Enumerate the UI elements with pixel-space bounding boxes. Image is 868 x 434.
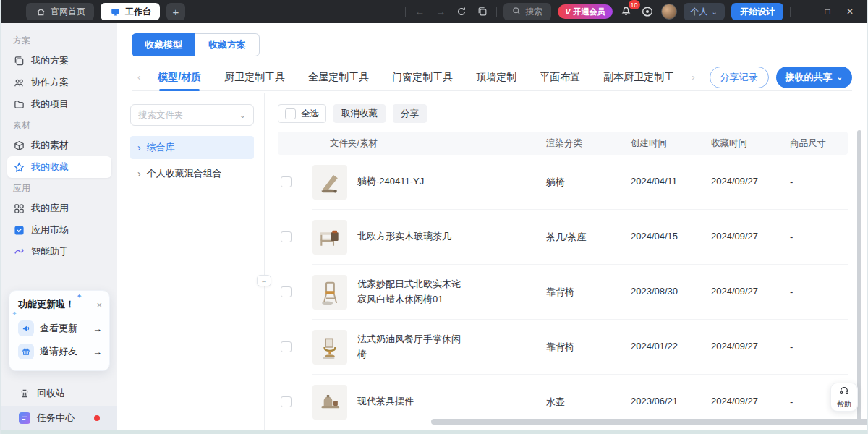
folder-search-input[interactable] xyxy=(138,110,239,120)
forward-icon[interactable]: → xyxy=(433,6,448,17)
vertical-scrollbar[interactable] xyxy=(857,130,861,420)
gift-icon xyxy=(18,344,34,359)
collaborators-icon xyxy=(13,77,25,88)
item-name: 躺椅-240411-YJ xyxy=(357,174,424,189)
sidebar-item-my-apps[interactable]: 我的应用 xyxy=(7,197,111,219)
tab-home[interactable]: 官网首页 xyxy=(26,3,94,20)
favorites-view-toggle: 收藏模型 收藏方案 xyxy=(132,33,867,56)
tab-door-window-tool[interactable]: 门窗定制工具 xyxy=(392,64,453,91)
global-search[interactable]: 搜索 xyxy=(503,3,551,20)
sidebar-item-task-center[interactable]: 任务中心 xyxy=(1,406,117,430)
share-button[interactable]: 分享 xyxy=(393,104,427,123)
sidebar-item-ai-assistant[interactable]: 智能助手 xyxy=(7,241,111,263)
column-header-name: 文件夹/素材 xyxy=(312,137,546,150)
unfavorite-button[interactable]: 取消收藏 xyxy=(333,104,386,123)
eye-settings-icon[interactable] xyxy=(640,6,655,17)
chevron-down-icon[interactable]: ⌄ xyxy=(239,111,246,120)
help-button[interactable]: 帮助 xyxy=(830,383,858,412)
profile-dropdown[interactable]: 个人 ⌄ xyxy=(684,3,725,20)
received-share-button[interactable]: 接收的共享 ⌄ xyxy=(776,67,852,88)
tab-favorite-models[interactable]: 收藏模型 xyxy=(132,33,195,56)
column-header-size: 商品尺寸 xyxy=(790,137,848,150)
close-icon[interactable]: × xyxy=(96,299,102,310)
item-favorited: 2024/09/27 xyxy=(711,230,759,244)
item-name: 北欧方形实木玻璃茶几 xyxy=(357,229,451,244)
close-button[interactable]: ✕ xyxy=(842,7,858,17)
share-record-button[interactable]: 分享记录 xyxy=(710,67,769,88)
item-category: 靠背椅 xyxy=(546,341,631,354)
arrow-right-icon: → xyxy=(93,346,102,357)
item-size: - xyxy=(790,286,848,297)
content-body: ⌄ › 综合库 › 个人收藏混合组合 ↔ xyxy=(117,93,867,430)
sidebar-item-my-schemes[interactable]: 我的方案 xyxy=(7,50,111,72)
notifications-button[interactable]: 10 xyxy=(619,5,634,18)
feature-update-card: 功能更新啦！ × 查看更新 → 邀请好友 → xyxy=(9,290,110,371)
row-checkbox[interactable] xyxy=(281,176,292,187)
folder-search-box[interactable]: ⌄ xyxy=(130,104,254,126)
favorites-table-area: 全选 取消收藏 分享 文件夹/素材 渲染分类 创建时间 收藏时间 商品尺寸 xyxy=(265,93,867,430)
column-header-favorited: 收藏时间 xyxy=(711,137,790,150)
topbar: 官网首页 工作台 + ← → 搜索 V 开通会 xyxy=(1,0,867,23)
monitor-icon xyxy=(109,6,121,17)
wood-chair-icon xyxy=(312,275,347,310)
tab-whole-house-tool[interactable]: 全屋定制工具 xyxy=(308,64,369,91)
tab-copy-kitchen-bath[interactable]: 副本厨卫定制工 xyxy=(603,64,674,91)
scheme-copies-icon xyxy=(13,55,25,67)
table-row[interactable]: 躺椅-240411-YJ 躺椅 2024/04/11 2024/09/27 - xyxy=(278,155,848,209)
sidebar-item-my-materials[interactable]: 我的素材 xyxy=(7,135,111,156)
back-icon[interactable]: ← xyxy=(412,6,427,17)
user-avatar[interactable] xyxy=(661,4,677,20)
member-upgrade-badge[interactable]: V 开通会员 xyxy=(558,4,612,19)
sidebar-item-collab-schemes[interactable]: 协作方案 xyxy=(7,72,111,93)
select-all-button[interactable]: 全选 xyxy=(278,104,326,123)
home-icon xyxy=(35,6,46,17)
minimize-button[interactable]: — xyxy=(797,7,813,17)
view-updates-link[interactable]: 查看更新 → xyxy=(18,317,102,340)
tabs-scroll-left-icon[interactable]: ‹ xyxy=(132,72,146,82)
megaphone-icon xyxy=(18,320,34,336)
new-tab-button[interactable]: + xyxy=(166,3,185,20)
tabs-scroll-right-icon[interactable]: › xyxy=(686,72,700,82)
tab-favorite-schemes[interactable]: 收藏方案 xyxy=(195,33,260,56)
plus-icon: + xyxy=(173,6,179,18)
folder-item-personal-mix[interactable]: › 个人收藏混合组合 xyxy=(130,162,254,185)
copy-pages-icon[interactable] xyxy=(475,7,490,17)
invite-friends-link[interactable]: 邀请好友 → xyxy=(18,340,102,363)
category-tabs-row: ‹ 模型/材质 厨卫定制工具 全屋定制工具 门窗定制工具 顶墙定制 平面布置 副… xyxy=(132,64,852,91)
horizontal-scrollbar[interactable] xyxy=(431,419,867,425)
tab-floor-plan[interactable]: 平面布置 xyxy=(540,64,580,91)
row-checkbox[interactable] xyxy=(281,396,292,407)
table-row[interactable]: 优家妙配日式北欧实木诧寂风白蜡木休闲椅01 靠背椅 2023/08/30 202… xyxy=(278,265,848,319)
tab-kitchen-bath-tool[interactable]: 厨卫定制工具 xyxy=(224,64,285,91)
table-header: 文件夹/素材 渲染分类 创建时间 收藏时间 商品尺寸 xyxy=(278,132,848,155)
start-design-button[interactable]: 开始设计 xyxy=(731,3,783,20)
row-checkbox[interactable] xyxy=(281,286,292,297)
table-toolbar: 全选 取消收藏 分享 xyxy=(278,104,848,123)
sidebar-item-app-market[interactable]: 应用市场 xyxy=(7,219,111,241)
row-checkbox[interactable] xyxy=(281,341,292,352)
select-all-checkbox[interactable] xyxy=(285,109,296,119)
tab-workbench[interactable]: 工作台 xyxy=(101,3,160,20)
folder-item-general-library[interactable]: › 综合库 xyxy=(130,136,254,159)
search-icon xyxy=(512,7,521,17)
sidebar: 方案 我的方案 协作方案 我的项目 素材 我的素材 xyxy=(1,23,117,430)
table-row[interactable]: 法式奶油风餐厅手掌休闲椅 靠背椅 2024/01/22 2024/09/27 - xyxy=(278,320,848,374)
sidebar-item-my-favorites[interactable]: 我的收藏 xyxy=(7,156,111,178)
divider xyxy=(790,7,791,17)
profile-label: 个人 xyxy=(691,6,708,18)
tea-set-icon xyxy=(312,385,347,420)
item-favorited: 2024/09/27 xyxy=(711,285,759,299)
task-center-icon xyxy=(19,412,30,424)
maximize-button[interactable]: □ xyxy=(820,7,835,17)
item-size: - xyxy=(790,341,848,352)
sidebar-item-recycle-bin[interactable]: 回收站 xyxy=(7,381,111,406)
tab-ceiling-custom[interactable]: 顶墙定制 xyxy=(476,64,516,91)
refresh-icon[interactable] xyxy=(454,7,469,17)
tab-models-materials[interactable]: 模型/材质 xyxy=(158,64,201,91)
table-row[interactable]: 北欧方形实木玻璃茶几 茶几/茶座 2024/04/15 2024/09/27 - xyxy=(278,210,848,264)
sidebar-item-my-projects[interactable]: 我的项目 xyxy=(7,93,111,115)
item-name: 法式奶油风餐厅手掌休闲椅 xyxy=(357,332,467,361)
vip-icon: V xyxy=(565,7,570,16)
row-checkbox[interactable] xyxy=(281,231,292,242)
item-created: 2024/04/15 xyxy=(631,230,689,244)
